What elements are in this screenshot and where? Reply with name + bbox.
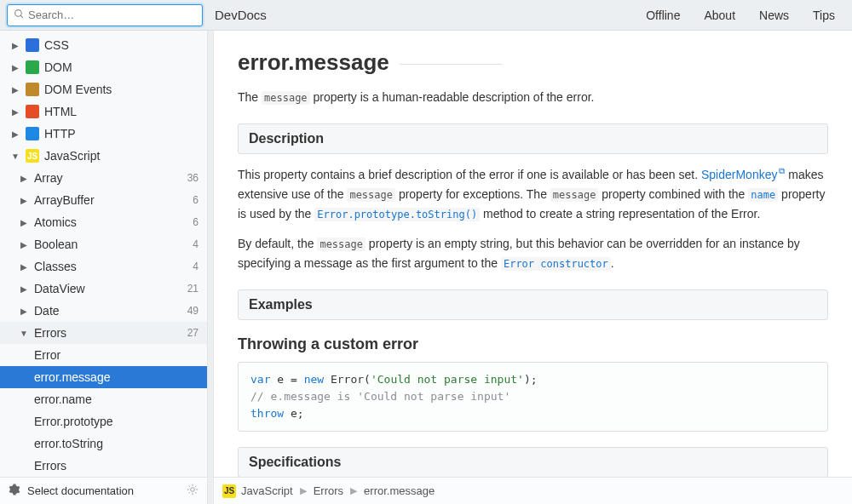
inline-code: name: [748, 188, 778, 202]
sidebar-group-classes[interactable]: ▶Classes4: [0, 255, 207, 278]
crumb-root[interactable]: JavaScript: [241, 484, 293, 497]
sidebar-item-error-prototype[interactable]: Error.prototype: [0, 410, 207, 432]
chevron-right-icon: ▶: [19, 262, 29, 272]
sidebar-scroll[interactable]: ▶CSS▶DOM▶DOM Events▶HTML▶HTTP▼JSJavaScri…: [0, 31, 207, 477]
search-input[interactable]: [7, 4, 203, 26]
svg-line-7: [189, 486, 190, 487]
chevron-right-icon: ▶: [19, 174, 29, 183]
item-label: Error: [34, 348, 199, 362]
chevron-right-icon: ▶: [10, 85, 20, 94]
group-label: Array: [34, 171, 184, 185]
code-token: e =: [270, 373, 303, 386]
code-token: new: [304, 373, 324, 386]
doc-label: HTML: [44, 105, 199, 118]
example-subheading: Throwing a custom error: [238, 335, 828, 353]
inline-code: Error.prototype.toString(): [314, 208, 480, 221]
nav-offline[interactable]: Offline: [646, 9, 680, 22]
breadcrumb-bar: JS JavaScript ▶ Errors ▶ error.message: [214, 477, 852, 504]
chevron-right-icon: ▶: [19, 240, 29, 249]
nav-tips[interactable]: Tips: [813, 9, 835, 22]
sidebar-footer[interactable]: Select documentation: [0, 477, 207, 504]
item-label: error.toString: [34, 437, 199, 450]
theme-toggle-icon[interactable]: [187, 484, 199, 498]
code-token: var: [250, 373, 270, 386]
sidebar-group-date[interactable]: ▶Date49: [0, 300, 207, 322]
sidebar-group-boolean[interactable]: ▶Boolean4: [0, 233, 207, 255]
group-label: ArrayBuffer: [34, 193, 189, 207]
gear-icon: [9, 484, 20, 498]
sidebar-doc-dom-events[interactable]: ▶DOM Events: [0, 78, 207, 100]
search-wrap: [7, 4, 203, 26]
js-icon: JS: [26, 149, 39, 163]
lead-paragraph: The message property is a human-readable…: [238, 88, 828, 106]
svg-line-8: [195, 492, 196, 493]
sidebar-group-dataview[interactable]: ▶DataView21: [0, 278, 207, 300]
desc-paragraph-1: This property contains a brief descripti…: [238, 164, 828, 224]
nav-about[interactable]: About: [704, 9, 735, 22]
sidebar-doc-dom[interactable]: ▶DOM: [0, 56, 207, 78]
group-count: 21: [187, 283, 199, 295]
sidebar-doc-http[interactable]: ▶HTTP: [0, 123, 207, 145]
code-token: Error(: [324, 373, 371, 386]
chevron-right-icon: ▶: [10, 63, 20, 72]
item-label: error.message: [34, 370, 199, 384]
sidebar-group-array[interactable]: ▶Array36: [0, 167, 207, 189]
sidebar-doc-css[interactable]: ▶CSS: [0, 34, 207, 56]
content-wrap: error.message The message property is a …: [213, 31, 852, 504]
text: method to create a string representation…: [480, 207, 760, 220]
chevron-right-icon: ▶: [19, 196, 29, 205]
link-name-prop[interactable]: name: [748, 187, 778, 201]
sidebar-item-error[interactable]: Error: [0, 344, 207, 366]
crumb-mid[interactable]: Errors: [314, 484, 343, 497]
sidebar-item-errors[interactable]: Errors: [0, 455, 207, 477]
group-count: 4: [193, 238, 199, 250]
sidebar-doc-html[interactable]: ▶HTML: [0, 100, 207, 123]
nav-news[interactable]: News: [759, 9, 789, 22]
desc-paragraph-2: By default, the message property is an e…: [238, 234, 828, 273]
code-token: e;: [284, 407, 303, 420]
select-docs-label: Select documentation: [27, 484, 187, 497]
code-token: // e.message is 'Could not parse input': [250, 390, 510, 403]
sidebar-item-error-name[interactable]: error.name: [0, 388, 207, 410]
doc-icon: [26, 83, 39, 96]
chevron-right-icon: ▶: [10, 129, 20, 139]
group-label: Atomics: [34, 215, 189, 229]
page-title: error.message: [238, 49, 828, 76]
sidebar-group-atomics[interactable]: ▶Atomics6: [0, 211, 207, 233]
text: property for exceptions. The: [395, 187, 550, 201]
chevron-right-icon: ▶: [19, 284, 29, 294]
doc-label: DOM: [44, 60, 199, 74]
group-count: 36: [187, 172, 199, 184]
content-scroll[interactable]: error.message The message property is a …: [214, 31, 852, 504]
group-label: Classes: [34, 260, 189, 273]
chevron-right-icon: ▶: [300, 485, 307, 496]
group-label: Errors: [34, 326, 184, 340]
link-spidermonkey[interactable]: SpiderMonkey: [701, 168, 786, 181]
link-error-constructor[interactable]: Error constructor: [501, 256, 611, 270]
svg-line-9: [189, 492, 190, 493]
item-label: Errors: [34, 459, 199, 472]
link-tostring[interactable]: Error.prototype.toString(): [314, 207, 480, 220]
text: By default, the: [238, 237, 317, 250]
section-description: Description: [238, 123, 828, 154]
text: The: [238, 90, 262, 104]
chevron-down-icon: ▼: [19, 329, 29, 338]
chevron-right-icon: ▶: [10, 41, 20, 50]
code-token: 'Could not parse input': [371, 373, 524, 386]
group-label: Date: [34, 304, 184, 318]
text: .: [611, 256, 614, 270]
chevron-down-icon: ▼: [10, 152, 20, 161]
text: property combined with the: [598, 187, 748, 201]
sidebar-group-errors[interactable]: ▼Errors27: [0, 322, 207, 344]
code-token: );: [524, 373, 538, 386]
doc-icon: [26, 127, 39, 140]
group-count: 6: [193, 216, 199, 228]
sidebar-item-error-tostring[interactable]: error.toString: [0, 432, 207, 455]
doc-label: DOM Events: [44, 83, 199, 96]
sidebar-group-arraybuffer[interactable]: ▶ArrayBuffer6: [0, 189, 207, 211]
chevron-right-icon: ▶: [19, 218, 29, 227]
text: This property contains a brief descripti…: [238, 168, 701, 181]
chevron-right-icon: ▶: [19, 306, 29, 316]
sidebar-doc-javascript[interactable]: ▼JSJavaScript: [0, 145, 207, 167]
sidebar-item-error-message[interactable]: error.message: [0, 366, 207, 388]
